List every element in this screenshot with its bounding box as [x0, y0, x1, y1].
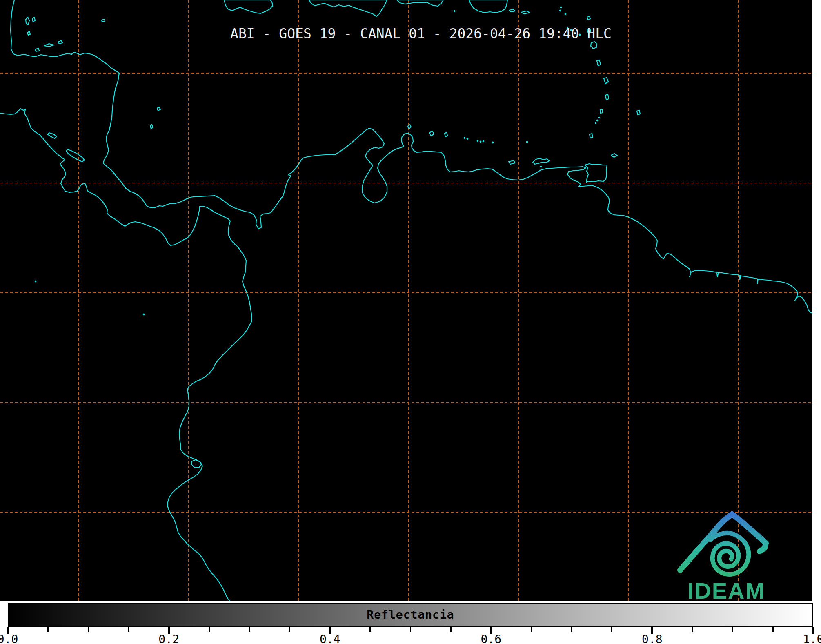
colorbar-minor-tick [47, 627, 49, 632]
colorbar-minor-tick [732, 627, 733, 632]
colorbar-tick-label: 0.4 [320, 633, 340, 644]
colorbar-tick-label: 1.0 [803, 633, 821, 644]
island-outline [445, 132, 447, 137]
islet-dot [35, 281, 37, 283]
island-outline [429, 131, 434, 136]
island-outline [533, 158, 549, 164]
islet-dot [480, 141, 482, 143]
colorbar-major-tick [651, 627, 653, 634]
island-outline [150, 125, 153, 129]
colorbar-minor-tick [88, 627, 89, 632]
island-outline [27, 31, 30, 35]
colorbar-minor-tick [289, 627, 290, 632]
island-outline [509, 9, 515, 12]
map-canvas: IDEAM [0, 0, 812, 601]
islet-dot [596, 120, 599, 122]
island-outline [605, 94, 609, 100]
colorbar-minor-tick [128, 627, 129, 632]
colorbar-label: Reflectancia [367, 608, 454, 622]
island-outline [590, 134, 593, 138]
island-outline [102, 19, 105, 22]
satellite-map: IDEAM [0, 0, 812, 601]
island-outline [637, 110, 640, 115]
coastlines [0, 0, 812, 601]
coastline [11, 0, 812, 313]
island-outline [600, 109, 603, 113]
islet-dot [143, 314, 145, 316]
colorbar-tick-label: 0.0 [0, 633, 18, 644]
islet-dot [565, 13, 567, 15]
island-outline [587, 16, 590, 20]
islet-dot [454, 10, 456, 12]
image-title: ABI - GOES 19 - CANAL 01 - 2026-04-26 19… [230, 26, 612, 42]
island-outline [591, 42, 597, 49]
island-outline [509, 160, 515, 164]
islet-dot [560, 7, 562, 9]
colorbar-minor-tick [571, 627, 572, 632]
colorbar-minor-tick [772, 627, 774, 632]
colorbar-minor-tick [369, 627, 371, 632]
island-outline [585, 164, 607, 182]
island-outline [48, 133, 57, 138]
graticule [0, 0, 812, 601]
colorbar-minor-tick [692, 627, 693, 632]
colorbar-major-tick [7, 627, 9, 634]
islet-dot [598, 117, 600, 119]
island-outline [26, 17, 29, 25]
colorbar-major-tick [168, 627, 170, 634]
islet-dot [464, 137, 466, 139]
island-outline [157, 107, 160, 111]
colorbar-minor-tick [209, 627, 210, 632]
ideam-logo-text: IDEAM [688, 578, 765, 601]
coastline [0, 109, 252, 601]
island-outline [35, 48, 39, 51]
islet-dot [492, 142, 494, 144]
ideam-logo: IDEAM [680, 514, 766, 601]
island-outline [58, 40, 62, 44]
islet-dot [483, 140, 485, 143]
islet-dot [467, 138, 469, 140]
island-outline [597, 60, 601, 66]
island-outline [32, 17, 35, 22]
island-outline [309, 0, 387, 16]
colorbar-minor-tick [611, 627, 612, 632]
island-outline [604, 78, 608, 84]
island-outline [224, 0, 273, 13]
colorbar-major-tick [329, 627, 331, 634]
island-outline [397, 0, 443, 6]
island-outline [611, 154, 617, 157]
colorbar: Reflectancia [8, 603, 813, 627]
island-outline [191, 460, 201, 468]
island-outline [469, 0, 507, 13]
islet-dot [540, 166, 542, 168]
island-outline [521, 11, 530, 14]
colorbar-minor-tick [249, 627, 250, 632]
islet-dot [526, 141, 528, 143]
islet-dot [477, 140, 479, 142]
colorbar-major-tick [490, 627, 492, 634]
colorbar-tick-label: 0.2 [158, 633, 179, 644]
colorbar-minor-tick [450, 627, 452, 632]
figure-background: IDEAM ABI - GOES 19 - CANAL 01 - 2026-04… [0, 0, 821, 644]
colorbar-minor-tick [410, 627, 411, 632]
colorbar-major-tick [812, 627, 814, 634]
islet-dot [559, 10, 561, 12]
colorbar-tick-label: 0.6 [481, 633, 502, 644]
ideam-swirl-icon [710, 533, 749, 574]
island-outline [66, 149, 85, 162]
colorbar-tick-label: 0.8 [642, 633, 663, 644]
island-outline [44, 44, 54, 47]
colorbar-minor-tick [531, 627, 532, 632]
islet-dot [595, 122, 597, 124]
